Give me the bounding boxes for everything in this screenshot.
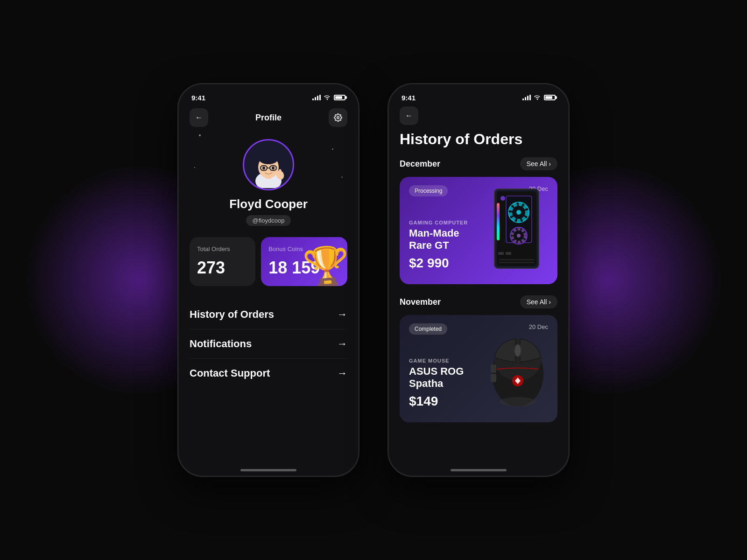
settings-button[interactable] [329,108,347,127]
profile-header: ← Profile [190,105,347,134]
profile-title: Profile [255,113,282,123]
menu-orders-arrow: → [337,308,347,321]
signal-bars-2 [522,95,531,100]
status-icons-2 [522,94,556,101]
battery-fill-2 [545,96,552,99]
phone1-content: ← Profile [178,105,359,388]
home-indicator-1 [240,469,296,471]
star-3 [194,167,195,168]
menu-notifications-label: Notifications [190,338,252,350]
bonus-coins-card: Bonus Coins 18 159 🏆 [261,237,347,286]
phones-container: 9:41 [177,83,570,477]
menu-item-notifications[interactable]: Notifications → [190,329,347,359]
star-1 [199,134,201,136]
avatar-ring [243,139,294,190]
battery-icon-1 [334,95,345,100]
svg-point-8 [262,167,265,169]
svg-rect-22 [497,203,500,240]
back-button-1[interactable]: ← [190,108,208,127]
gaming-pc-card[interactable]: Processing 20 Dec GAMING COMPUTER Man-Ma… [400,177,557,284]
december-see-all[interactable]: See All › [520,157,557,170]
menu-item-orders[interactable]: History of Orders → [190,300,347,329]
november-see-all[interactable]: See All › [520,295,557,308]
status-icons-1 [312,94,345,101]
wifi-icon-2 [534,94,541,101]
svg-rect-23 [498,252,504,255]
status-bar-2: 9:41 [388,84,569,105]
menu-section: History of Orders → Notifications → Cont… [190,300,347,388]
back-button-2[interactable]: ← [400,106,418,125]
total-orders-label: Total Orders [197,245,248,252]
completed-badge: Completed [409,323,447,335]
avatar-section: Floyd Cooper @floydcoop [190,139,347,226]
mouse-image [480,327,555,415]
wifi-icon-1 [324,94,331,101]
user-name: Floyd Cooper [229,197,308,211]
status-time-1: 9:41 [191,94,205,102]
status-bar-1: 9:41 [178,84,359,105]
svg-point-30 [515,345,521,356]
processing-badge: Processing [409,185,448,196]
page-title: History of Orders [400,131,557,148]
menu-notifications-arrow: → [337,338,347,350]
star-4 [341,176,343,178]
trophy-icon: 🏆 [301,243,347,286]
menu-support-label: Contact Support [190,367,270,379]
svg-rect-25 [499,259,534,260]
svg-rect-24 [506,252,511,255]
svg-point-17 [516,210,521,215]
november-label: November [400,297,441,307]
svg-point-21 [500,196,505,201]
november-section-header: November See All › [400,295,557,308]
menu-support-arrow: → [337,367,347,379]
home-indicator-2 [451,469,507,471]
menu-item-support[interactable]: Contact Support → [190,359,347,388]
battery-fill-1 [335,96,342,99]
total-orders-card: Total Orders 273 [190,237,255,286]
svg-rect-32 [491,364,496,373]
svg-point-20 [517,234,521,238]
avatar-svg [245,141,292,188]
star-2 [332,148,333,150]
gaming-pc-image [480,180,553,280]
december-section-header: December See All › [400,157,557,170]
mouse-card[interactable]: Completed 20 Dec GAME MOUSE ASUS ROGSpat… [400,315,557,422]
total-orders-value: 273 [197,258,248,278]
status-time-2: 9:41 [402,94,416,102]
svg-point-9 [272,167,275,169]
svg-rect-33 [491,374,496,382]
december-label: December [400,159,440,169]
orders-header: ← [400,106,557,125]
username-tag: @floydcoop [246,215,291,226]
phone2-content: ← History of Orders December See All › P… [388,105,569,434]
stats-row: Total Orders 273 Bonus Coins 18 159 🏆 [190,237,347,286]
svg-point-0 [337,117,339,119]
phone-profile: 9:41 [177,83,359,477]
signal-bars-1 [312,95,321,100]
menu-orders-label: History of Orders [190,308,274,321]
svg-rect-26 [499,262,534,263]
svg-point-34 [499,397,536,406]
battery-icon-2 [544,95,556,100]
phone-orders: 9:41 [388,83,570,477]
